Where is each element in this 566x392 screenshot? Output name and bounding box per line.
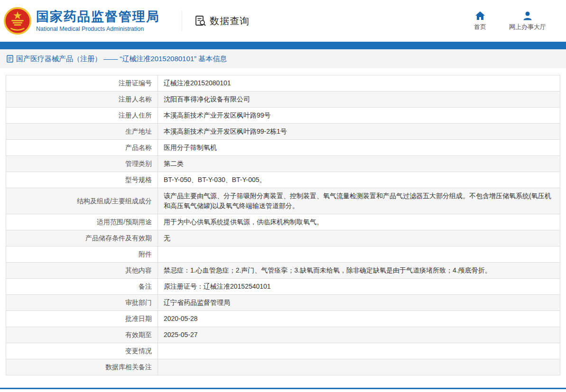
breadcrumb-bar: 国产医疗器械产品（注册） —— “辽械注准20152080101” 基本信息 [0,49,566,68]
row-value: BT-Y-050、BT-Y-030、BT-Y-005。 [158,172,560,188]
home-icon [475,11,485,20]
row-label: 审批部门 [6,295,158,311]
footer-blue-line [0,388,566,389]
row-value [158,359,560,375]
header: 国家药品监督管理局 National Medical Products Admi… [0,0,566,42]
table-row: 生产地址本溪高新技术产业开发区枫叶路99-2栋1号 [6,124,560,140]
table-row: 管理类别第二类 [6,156,560,172]
row-label: 附件 [6,246,158,263]
row-value: 该产品主要由气源、分子筛吸附分离装置、控制装置、氧气流量检测装置和产品气过滤器五… [158,188,560,214]
nav-home[interactable]: 首页 [474,11,486,31]
row-value: 辽宁省药品监督管理局 [158,295,560,311]
row-value: 辽械注准20152080101 [158,75,560,91]
row-label: 生产地址 [6,124,158,140]
table-wrap: 注册证编号辽械注准20152080101注册人名称沈阳百事得净化设备有限公司注册… [0,75,566,375]
table-row: 附件 [6,246,560,263]
row-label: 批准日期 [6,311,158,327]
table-row: 变更情况 [6,343,560,359]
org-name-cn: 国家药品监督管理局 [36,9,160,24]
header-divider [182,11,182,31]
table-row: 审批部门辽宁省药品监督管理局 [6,295,560,311]
table-row: 批准日期2020-05-28 [6,311,560,327]
row-label: 型号规格 [6,172,158,188]
nav-home-label: 首页 [474,23,486,31]
breadcrumb: 国产医疗器械产品（注册） —— “辽械注准20152080101” 基本信息 [7,55,227,64]
row-label: 变更情况 [6,343,158,359]
table-row: 适用范围/预期用途用于为中心供氧系统提供氧源，供临床机构制取氧气。 [6,214,560,230]
header-nav: 首页 网上办事大厅 [474,11,553,31]
logo-block[interactable]: 国家药品监督管理局 National Medical Products Admi… [4,7,160,35]
row-value: 2020-05-28 [158,311,560,327]
header-blue-bar [0,42,566,49]
document-icon [7,55,13,63]
table-row: 数据库相关备注 [6,359,560,375]
data-query-icon [195,15,207,27]
row-label: 其他内容 [6,263,158,279]
row-label: 数据库相关备注 [6,359,158,375]
table-row: 产品储存条件及有效期无 [6,230,560,246]
row-value [158,343,560,359]
row-value: 用于为中心供氧系统提供氧源，供临床机构制取氧气。 [158,214,560,230]
row-label: 结构及组成/主要组成成分 [6,188,158,214]
row-value: 第二类 [158,156,560,172]
row-value: 2025-05-27 [158,327,560,343]
page-title-block: 数据查询 [195,15,250,27]
nav-service-hall[interactable]: 网上办事大厅 [509,11,546,31]
row-label: 管理类别 [6,156,158,172]
user-icon [522,11,533,20]
row-value: 医用分子筛制氧机 [158,140,560,156]
row-value: 原注册证号：辽械注准20152540101 [158,279,560,295]
table-row: 注册证编号辽械注准20152080101 [6,75,560,91]
row-label: 适用范围/预期用途 [6,214,158,230]
row-value: 无 [158,230,560,246]
table-row: 备注原注册证号：辽械注准20152540101 [6,279,560,295]
breadcrumb-text: 国产医疗器械产品（注册） —— “辽械注准20152080101” 基本信息 [16,55,227,64]
nav-service-hall-label: 网上办事大厅 [509,23,546,31]
row-label: 注册证编号 [6,75,158,91]
national-emblem-icon [4,7,31,35]
row-value: 禁忌症：1.心血管急症；2.声门、气管痉挛；3.缺氧而未给氧，除非确定缺氧是由于… [158,263,560,279]
page-title: 数据查询 [210,15,250,27]
row-label: 备注 [6,279,158,295]
row-label: 产品名称 [6,140,158,156]
table-row: 产品名称医用分子筛制氧机 [6,140,560,156]
row-value [158,246,560,263]
info-table: 注册证编号辽械注准20152080101注册人名称沈阳百事得净化设备有限公司注册… [6,75,560,375]
table-row: 型号规格BT-Y-050、BT-Y-030、BT-Y-005。 [6,172,560,188]
row-label: 有效期至 [6,327,158,343]
org-name-en: National Medical Products Administration [36,26,160,32]
table-row: 其他内容禁忌症：1.心血管急症；2.声门、气管痉挛；3.缺氧而未给氧，除非确定缺… [6,263,560,279]
table-row: 有效期至2025-05-27 [6,327,560,343]
info-table-body: 注册证编号辽械注准20152080101注册人名称沈阳百事得净化设备有限公司注册… [6,75,560,375]
table-row: 注册人住所本溪高新技术产业开发区枫叶路99号 [6,108,560,124]
row-label: 注册人住所 [6,108,158,124]
table-row: 结构及组成/主要组成成分该产品主要由气源、分子筛吸附分离装置、控制装置、氧气流量… [6,188,560,214]
table-row: 注册人名称沈阳百事得净化设备有限公司 [6,91,560,108]
row-value: 沈阳百事得净化设备有限公司 [158,91,560,108]
row-label: 产品储存条件及有效期 [6,230,158,246]
row-value: 本溪高新技术产业开发区枫叶路99号 [158,108,560,124]
row-label: 注册人名称 [6,91,158,108]
row-value: 本溪高新技术产业开发区枫叶路99-2栋1号 [158,124,560,140]
